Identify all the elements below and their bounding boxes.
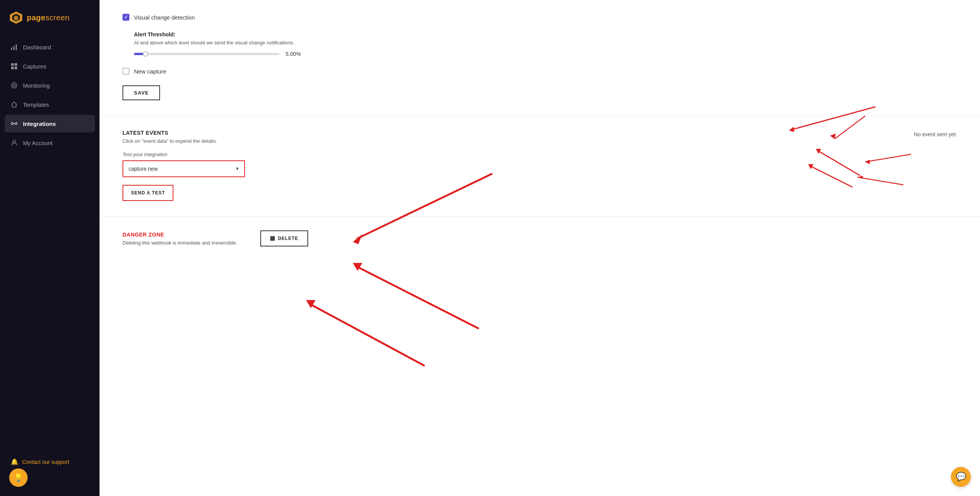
test-integration-label: Test your integration (122, 152, 883, 157)
new-capture-checkbox[interactable] (122, 68, 129, 75)
save-button[interactable]: SAVE (122, 85, 160, 100)
sidebar: pagescreen Dashboard Captures Monitoring (0, 0, 100, 496)
svg-rect-3 (11, 47, 12, 50)
no-event-text: No event sent yet. (914, 131, 957, 137)
bulb-icon: 💡 (14, 473, 23, 482)
trash-icon (270, 236, 275, 241)
select-wrapper: capture.new capture.updated capture.dele… (122, 160, 245, 177)
slider-thumb (143, 51, 148, 57)
sidebar-item-dashboard[interactable]: Dashboard (5, 38, 95, 56)
svg-point-12 (11, 123, 13, 125)
svg-rect-4 (13, 46, 15, 50)
visual-change-row: Visual change detection (122, 14, 957, 21)
logo-icon (9, 11, 23, 24)
bell-icon: 🔔 (11, 458, 18, 465)
alert-threshold-block: Alert Threshold: At and above which leve… (134, 31, 957, 57)
sidebar-item-myaccount[interactable]: My Account (5, 134, 95, 152)
events-area: LATEST EVENTS Click on "event data" to e… (122, 130, 957, 201)
visual-change-section: Visual change detection Alert Threshold:… (100, 0, 980, 116)
slider-value: 5.00% (286, 51, 301, 57)
svg-rect-5 (16, 44, 17, 50)
latest-events-title: LATEST EVENTS (122, 130, 883, 136)
support-link-label: Contact our support (22, 459, 69, 465)
grid-icon (11, 63, 18, 70)
integrations-icon (11, 120, 18, 127)
sidebar-item-integrations-label: Integrations (23, 121, 56, 127)
sidebar-item-dashboard-label: Dashboard (23, 44, 51, 51)
chat-icon: 💬 (956, 472, 966, 482)
visual-change-label: Visual change detection (134, 14, 195, 21)
sidebar-nav: Dashboard Captures Monitoring Templates (0, 38, 100, 449)
logo-text: pagescreen (27, 13, 70, 22)
help-button[interactable]: 💡 (9, 468, 28, 487)
event-type-select[interactable]: capture.new capture.updated capture.dele… (123, 161, 244, 176)
danger-text-block: DANGER ZONE Deleting this webhook is imm… (122, 232, 237, 246)
sidebar-item-monitoring-label: Monitoring (23, 82, 50, 89)
new-capture-row: New capture (122, 68, 957, 75)
svg-point-13 (15, 123, 17, 125)
alert-threshold-desc: At and above which level should we send … (134, 40, 957, 46)
sidebar-item-myaccount-label: My Account (23, 140, 53, 146)
sidebar-item-templates[interactable]: Templates (5, 96, 95, 113)
svg-point-11 (13, 84, 15, 86)
monitoring-icon (11, 82, 18, 89)
templates-icon (11, 101, 18, 108)
events-right: No event sent yet. (914, 130, 957, 131)
danger-content: DANGER ZONE Deleting this webhook is imm… (122, 230, 957, 246)
new-capture-label: New capture (134, 68, 166, 75)
visual-change-checkbox[interactable] (122, 14, 129, 21)
slider-row: 5.00% (134, 51, 957, 57)
danger-zone-desc: Deleting this webhook is immediate and i… (122, 240, 237, 246)
sidebar-item-captures[interactable]: Captures (5, 57, 95, 75)
sidebar-item-templates-label: Templates (23, 101, 49, 108)
send-test-button[interactable]: SEND A TEST (122, 185, 173, 201)
danger-zone-title: DANGER ZONE (122, 232, 237, 238)
svg-rect-8 (11, 67, 14, 69)
logo-area[interactable]: pagescreen (0, 0, 100, 38)
user-icon (11, 139, 18, 146)
slider-track[interactable] (134, 53, 279, 55)
latest-events-desc: Click on "event data" to expend the deta… (122, 138, 883, 144)
latest-events-section: LATEST EVENTS Click on "event data" to e… (100, 116, 980, 217)
danger-zone-section: DANGER ZONE Deleting this webhook is imm… (100, 217, 980, 262)
delete-button[interactable]: DELETE (260, 230, 308, 246)
bar-chart-icon (11, 44, 18, 51)
sidebar-item-integrations[interactable]: Integrations (5, 115, 95, 132)
svg-point-10 (11, 83, 17, 88)
delete-button-label: DELETE (278, 236, 298, 241)
events-left: LATEST EVENTS Click on "event data" to e… (122, 130, 883, 201)
alert-threshold-title: Alert Threshold: (134, 31, 957, 38)
sidebar-item-captures-label: Captures (23, 63, 46, 70)
chat-button[interactable]: 💬 (951, 467, 971, 487)
svg-rect-7 (15, 63, 17, 66)
svg-rect-6 (11, 63, 14, 66)
svg-rect-9 (15, 67, 17, 69)
sidebar-item-monitoring[interactable]: Monitoring (5, 77, 95, 94)
main-content: Visual change detection Alert Threshold:… (100, 0, 980, 496)
